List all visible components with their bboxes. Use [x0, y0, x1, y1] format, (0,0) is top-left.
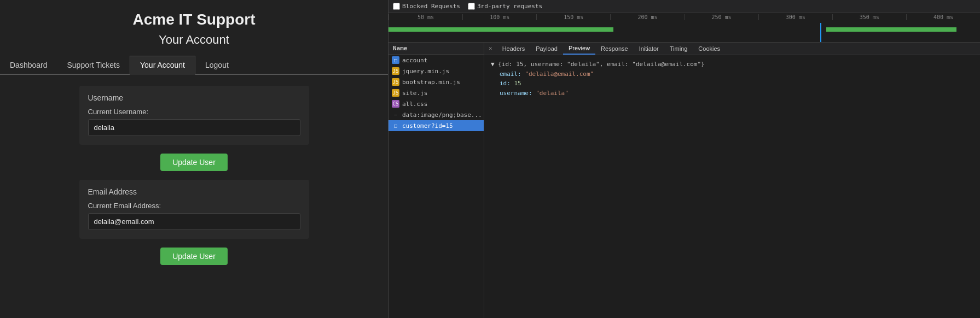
img-icon: —	[392, 111, 399, 119]
username-section: Username Current Username:	[79, 86, 309, 145]
devtools-topbar: Blocked Requests 3rd-party requests	[388, 0, 980, 13]
timeline-tracks	[388, 23, 980, 43]
network-item-name: all.css	[402, 101, 427, 108]
network-item-sitejs[interactable]: JS site.js	[388, 87, 484, 98]
nav-dashboard[interactable]: Dashboard	[0, 56, 57, 75]
email-input[interactable]	[88, 213, 300, 230]
network-item-customer[interactable]: □ customer?id=15	[388, 120, 484, 131]
username-label: Current Username:	[88, 108, 300, 116]
network-item-account[interactable]: □ account	[388, 55, 484, 66]
left-panel: Acme IT Support Your Account Dashboard S…	[0, 0, 388, 318]
third-party-label: 3rd-party requests	[477, 3, 542, 10]
timeline-bar: 50 ms 100 ms 150 ms 200 ms 250 ms 300 ms…	[388, 13, 980, 43]
page-title: Your Account	[159, 33, 229, 47]
network-item-name: bootstrap.min.js	[402, 79, 460, 86]
ruler-400ms: 400 ms	[906, 14, 980, 20]
detail-tabs: × Headers Payload Preview Response Initi…	[484, 43, 980, 55]
timeline-ruler: 50 ms 100 ms 150 ms 200 ms 250 ms 300 ms…	[388, 14, 980, 20]
network-item-allcss[interactable]: CS all.css	[388, 98, 484, 109]
network-item-name: site.js	[402, 90, 427, 97]
tab-cookies[interactable]: Cookies	[693, 43, 726, 55]
css-icon: CS	[392, 100, 399, 108]
js-icon: JS	[392, 89, 399, 97]
nav-your-account[interactable]: Your Account	[130, 56, 195, 75]
js-icon: JS	[392, 78, 399, 86]
blocked-requests-label: Blocked Requests	[402, 3, 460, 10]
close-detail-button[interactable]: ×	[484, 43, 497, 55]
network-item-name: customer?id=15	[402, 122, 453, 129]
network-item-name: jquery.min.js	[402, 68, 449, 75]
third-party-checkbox[interactable]	[468, 3, 475, 10]
devtools-panel: Blocked Requests 3rd-party requests 50 m…	[388, 0, 980, 318]
tab-timing[interactable]: Timing	[664, 43, 693, 55]
app-title: Acme IT Support	[132, 11, 255, 28]
blocked-requests-checkbox[interactable]	[393, 3, 400, 10]
tab-initiator[interactable]: Initiator	[634, 43, 664, 55]
tab-payload[interactable]: Payload	[530, 43, 563, 55]
update-user-button-username[interactable]: Update User	[160, 154, 228, 171]
ruler-350ms: 350 ms	[832, 14, 906, 20]
network-item-name: data:image/png;base...	[402, 111, 482, 119]
nav-support-tickets[interactable]: Support Tickets	[57, 56, 130, 75]
timeline-track-teal	[826, 27, 956, 32]
detail-panel: × Headers Payload Preview Response Initi…	[484, 43, 980, 318]
email-section-title: Email Address	[88, 187, 300, 196]
timeline-track-green	[388, 27, 613, 32]
nav-logout[interactable]: Logout	[195, 56, 239, 75]
network-item-dataimage[interactable]: — data:image/png;base...	[388, 109, 484, 120]
preview-username-line: username: "delaila"	[491, 89, 973, 98]
network-item-name: account	[402, 57, 427, 64]
tab-headers[interactable]: Headers	[497, 43, 531, 55]
devtools-main: Name □ account JS jquery.min.js JS boots…	[388, 43, 980, 318]
doc-icon: □	[392, 122, 399, 129]
nav-bar: Dashboard Support Tickets Your Account L…	[0, 56, 388, 75]
tab-preview[interactable]: Preview	[563, 43, 595, 55]
doc-icon: □	[392, 56, 399, 64]
js-icon: JS	[392, 67, 399, 75]
preview-top-line: ▼ {id: 15, username: "delaila", email: "…	[491, 60, 973, 69]
tab-response[interactable]: Response	[595, 43, 634, 55]
preview-id-line: id: 15	[491, 79, 973, 89]
email-section: Email Address Current Email Address:	[79, 180, 309, 239]
update-user-button-email[interactable]: Update User	[160, 248, 228, 265]
ruler-200ms: 200 ms	[610, 14, 684, 20]
username-input[interactable]	[88, 119, 300, 136]
timeline-blue-line	[820, 23, 821, 43]
blocked-requests-filter[interactable]: Blocked Requests	[393, 3, 460, 10]
network-list: Name □ account JS jquery.min.js JS boots…	[388, 43, 484, 318]
network-list-header: Name	[388, 43, 484, 55]
preview-email-line: email: "delaila@email.com"	[491, 69, 973, 79]
email-label: Current Email Address:	[88, 202, 300, 210]
network-item-jquery[interactable]: JS jquery.min.js	[388, 66, 484, 76]
preview-content: ▼ {id: 15, username: "delaila", email: "…	[484, 55, 980, 318]
ruler-150ms: 150 ms	[536, 14, 610, 20]
third-party-filter[interactable]: 3rd-party requests	[468, 3, 542, 10]
username-section-title: Username	[88, 93, 300, 102]
ruler-50ms: 50 ms	[388, 14, 462, 20]
ruler-300ms: 300 ms	[758, 14, 832, 20]
network-item-bootstrap[interactable]: JS bootstrap.min.js	[388, 76, 484, 87]
ruler-100ms: 100 ms	[462, 14, 536, 20]
ruler-250ms: 250 ms	[685, 14, 758, 20]
